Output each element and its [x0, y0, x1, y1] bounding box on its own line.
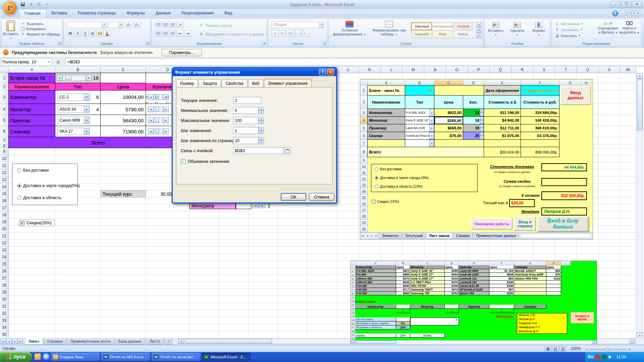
- ow-column-header-A[interactable]: A: [368, 80, 405, 85]
- manager-spinner[interactable]: ◄►: [252, 203, 265, 208]
- gw-data[interactable]: P-III-500: [355, 288, 396, 292]
- gw-data[interactable]: P-III-550: [355, 292, 396, 295]
- increase-indent-button[interactable]: ⇥: [184, 30, 191, 37]
- office-button[interactable]: [3, 1, 17, 15]
- gw-data[interactable]: AcerScan Prisa 620P: [514, 273, 546, 277]
- shrink-font-button[interactable]: A↓: [134, 21, 141, 28]
- ow-header-1[interactable]: Тип: [405, 96, 434, 109]
- gw-header-1[interactable]: Цена: [396, 265, 410, 269]
- row-header-21[interactable]: 21: [0, 233, 9, 240]
- ow-row-header-11[interactable]: 11: [360, 170, 368, 176]
- scroll-left-icon[interactable]: ◄: [178, 339, 184, 344]
- ow-date-value[interactable]: 27 февраля 2015 г.: [521, 85, 559, 96]
- gw-row-header-4[interactable]: 4: [351, 277, 355, 281]
- gw-header-5[interactable]: Цена: [489, 265, 514, 269]
- row-header-26[interactable]: 26: [0, 268, 9, 275]
- font-color-button[interactable]: А: [104, 30, 111, 37]
- ow-row-header-3[interactable]: 3: [360, 109, 368, 117]
- dialog-tab-Размер[interactable]: Размер: [176, 79, 198, 88]
- gw-price[interactable]: $269: [445, 269, 459, 273]
- gw-data[interactable]: Sony E 100E 17": [410, 273, 445, 277]
- row-header-23[interactable]: 23: [0, 247, 9, 254]
- order-header-C[interactable]: Цена: [101, 83, 146, 90]
- quick-launch-ie-icon[interactable]: e: [43, 353, 50, 360]
- ow-empty7[interactable]: [434, 140, 484, 147]
- radio-option[interactable]: Без доставки: [375, 167, 401, 171]
- ow-row-header-1[interactable]: 1: [360, 85, 368, 96]
- gw-data[interactable]: [514, 281, 546, 284]
- workbook-close-button[interactable]: ✕: [635, 11, 641, 16]
- ow-empty7[interactable]: [484, 140, 521, 147]
- spinner-down-icon[interactable]: ▼: [259, 131, 264, 134]
- decrease-decimal-button[interactable]: ,0→: [303, 30, 310, 37]
- item-name[interactable]: Компьютер: [9, 90, 55, 104]
- taskbar-task-4[interactable]: XMicrosoft Excel - Зад...: [202, 353, 251, 361]
- gw-price[interactable]: $252: [445, 292, 459, 295]
- dialog-close-icon[interactable]: ✕: [327, 69, 334, 75]
- ow-item-price[interactable]: $622,00: [434, 109, 463, 117]
- column-header-W[interactable]: W: [620, 66, 636, 73]
- gw-data[interactable]: Mustek 1200CP: [514, 269, 546, 273]
- row-header-1[interactable]: 1: [0, 73, 9, 83]
- gw-data[interactable]: P-II-350, 40ZX: [355, 269, 396, 273]
- tray-icon-excel[interactable]: [602, 355, 607, 359]
- radio-option[interactable]: Доставка в область (10%): [375, 184, 422, 188]
- row-header-14[interactable]: 14: [0, 183, 9, 190]
- page-break-view-icon[interactable]: ▥: [559, 346, 566, 351]
- gw-delivery-value[interactable]: [396, 317, 410, 321]
- align-right-button[interactable]: [169, 30, 176, 37]
- scroll-thumb[interactable]: [155, 107, 159, 112]
- gw-data[interactable]: LG 795FT Plus: [410, 281, 445, 284]
- number-format-combo[interactable]: Общий▼: [271, 21, 324, 28]
- tab-nav-icon[interactable]: |◄: [360, 235, 365, 237]
- dialog-tab-Веб[interactable]: Веб: [248, 79, 263, 88]
- gw-header-3[interactable]: Цена: [445, 265, 459, 269]
- gw-header-4[interactable]: Принтер: [459, 265, 489, 269]
- underline-button[interactable]: Ч: [82, 30, 89, 37]
- ow-row-header-4[interactable]: 4: [360, 117, 368, 124]
- fill-color-button[interactable]: [96, 30, 103, 37]
- language-indicator[interactable]: RU: [588, 355, 593, 359]
- gw-data[interactable]: NEC FE700: [410, 284, 445, 288]
- column-header-K[interactable]: K: [359, 66, 381, 73]
- ow-sheet-tab-Промежуточные данные[interactable]: Промежуточные данные: [473, 233, 519, 239]
- row-header-2[interactable]: 2: [0, 83, 9, 90]
- ow-header-0[interactable]: Наименование: [368, 96, 405, 109]
- scroll-track[interactable]: [154, 118, 163, 123]
- column-header-A[interactable]: A: [9, 66, 55, 73]
- gw-row-header-8[interactable]: 8: [351, 292, 355, 295]
- ow-total-rub[interactable]: 888 096,00р.: [521, 147, 559, 157]
- taskbar-task-2[interactable]: WОтчет по MS Excel.d...: [101, 353, 150, 361]
- gw-price[interactable]: $630: [396, 284, 410, 288]
- gw-link-gap[interactable]: [396, 305, 410, 309]
- gw-price[interactable]: $519: [445, 277, 459, 281]
- type-combo[interactable]: ASUS 34▼: [58, 106, 90, 113]
- ow-item-rub[interactable]: 140 418,00р.: [521, 117, 559, 124]
- insert-cells-button[interactable]: Вставить▼: [485, 22, 506, 37]
- gallery-more-icon[interactable]: ⊽: [477, 33, 481, 38]
- ok-button[interactable]: ОК: [281, 193, 306, 201]
- ribbon-tab-Рецензирование[interactable]: Рецензирование: [176, 9, 219, 18]
- column-header-U[interactable]: U: [577, 66, 599, 73]
- scroll-track[interactable]: [154, 107, 163, 112]
- gw-link-gap[interactable]: [445, 305, 459, 309]
- gw-price[interactable]: $83: [489, 277, 514, 281]
- gw-hscroll[interactable]: ◄►: [351, 340, 597, 344]
- gw-row-header-9[interactable]: 9: [351, 296, 355, 299]
- align-center-button[interactable]: [162, 30, 169, 37]
- gw-price[interactable]: $340: [489, 284, 514, 288]
- ow-column-header-E[interactable]: E: [484, 80, 521, 85]
- row-header-5[interactable]: 5: [0, 115, 9, 126]
- scroll-right-icon[interactable]: ►: [259, 203, 265, 208]
- clear-button[interactable]: ◪Очистить ▼: [554, 34, 584, 38]
- workbook-restore-button[interactable]: ❒: [627, 11, 634, 16]
- align-left-button[interactable]: [155, 30, 162, 37]
- row-header-20[interactable]: 20: [0, 226, 9, 233]
- spinner-up-icon[interactable]: ▲: [480, 109, 484, 113]
- gw-row-header-19[interactable]: 19: [351, 333, 355, 337]
- spinner-up-icon[interactable]: ▲: [259, 107, 264, 111]
- gw-data[interactable]: Epson 750: [459, 292, 489, 295]
- chevron-down-icon[interactable]: ▼: [429, 117, 434, 124]
- ow-row-header-17[interactable]: 17: [360, 207, 368, 214]
- gw-row-header-11[interactable]: 11: [351, 303, 355, 307]
